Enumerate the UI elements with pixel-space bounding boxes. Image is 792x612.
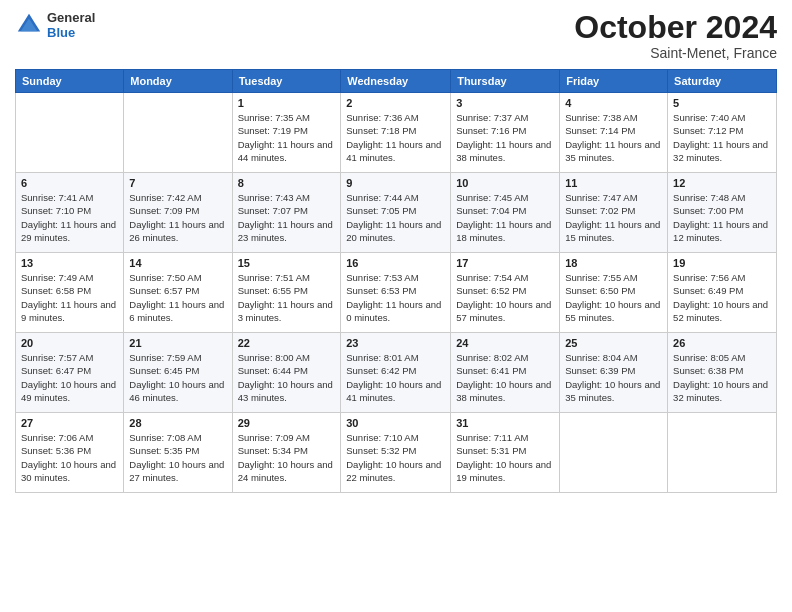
title-month: October 2024: [574, 10, 777, 45]
week-row-3: 13Sunrise: 7:49 AMSunset: 6:58 PMDayligh…: [16, 253, 777, 333]
day-number: 31: [456, 417, 554, 429]
day-info: Sunrise: 7:38 AMSunset: 7:14 PMDaylight:…: [565, 111, 662, 164]
col-thursday: Thursday: [451, 70, 560, 93]
day-info: Sunrise: 8:04 AMSunset: 6:39 PMDaylight:…: [565, 351, 662, 404]
calendar-table: Sunday Monday Tuesday Wednesday Thursday…: [15, 69, 777, 493]
table-cell: 14Sunrise: 7:50 AMSunset: 6:57 PMDayligh…: [124, 253, 232, 333]
day-number: 10: [456, 177, 554, 189]
day-info: Sunrise: 7:36 AMSunset: 7:18 PMDaylight:…: [346, 111, 445, 164]
day-info: Sunrise: 8:02 AMSunset: 6:41 PMDaylight:…: [456, 351, 554, 404]
title-block: October 2024 Saint-Menet, France: [574, 10, 777, 61]
day-info: Sunrise: 7:51 AMSunset: 6:55 PMDaylight:…: [238, 271, 336, 324]
table-cell: 11Sunrise: 7:47 AMSunset: 7:02 PMDayligh…: [560, 173, 668, 253]
table-cell: 4Sunrise: 7:38 AMSunset: 7:14 PMDaylight…: [560, 93, 668, 173]
table-cell: 29Sunrise: 7:09 AMSunset: 5:34 PMDayligh…: [232, 413, 341, 493]
day-number: 2: [346, 97, 445, 109]
day-info: Sunrise: 7:49 AMSunset: 6:58 PMDaylight:…: [21, 271, 118, 324]
day-info: Sunrise: 8:05 AMSunset: 6:38 PMDaylight:…: [673, 351, 771, 404]
table-cell: 9Sunrise: 7:44 AMSunset: 7:05 PMDaylight…: [341, 173, 451, 253]
day-info: Sunrise: 8:01 AMSunset: 6:42 PMDaylight:…: [346, 351, 445, 404]
table-cell: 20Sunrise: 7:57 AMSunset: 6:47 PMDayligh…: [16, 333, 124, 413]
day-info: Sunrise: 7:44 AMSunset: 7:05 PMDaylight:…: [346, 191, 445, 244]
week-row-2: 6Sunrise: 7:41 AMSunset: 7:10 PMDaylight…: [16, 173, 777, 253]
week-row-4: 20Sunrise: 7:57 AMSunset: 6:47 PMDayligh…: [16, 333, 777, 413]
day-info: Sunrise: 7:57 AMSunset: 6:47 PMDaylight:…: [21, 351, 118, 404]
day-number: 7: [129, 177, 226, 189]
table-cell: 15Sunrise: 7:51 AMSunset: 6:55 PMDayligh…: [232, 253, 341, 333]
day-info: Sunrise: 7:08 AMSunset: 5:35 PMDaylight:…: [129, 431, 226, 484]
day-number: 6: [21, 177, 118, 189]
day-info: Sunrise: 7:11 AMSunset: 5:31 PMDaylight:…: [456, 431, 554, 484]
day-info: Sunrise: 7:35 AMSunset: 7:19 PMDaylight:…: [238, 111, 336, 164]
day-number: 15: [238, 257, 336, 269]
title-location: Saint-Menet, France: [574, 45, 777, 61]
day-number: 3: [456, 97, 554, 109]
week-row-5: 27Sunrise: 7:06 AMSunset: 5:36 PMDayligh…: [16, 413, 777, 493]
day-info: Sunrise: 8:00 AMSunset: 6:44 PMDaylight:…: [238, 351, 336, 404]
day-number: 22: [238, 337, 336, 349]
table-cell: 30Sunrise: 7:10 AMSunset: 5:32 PMDayligh…: [341, 413, 451, 493]
day-info: Sunrise: 7:40 AMSunset: 7:12 PMDaylight:…: [673, 111, 771, 164]
day-number: 14: [129, 257, 226, 269]
day-info: Sunrise: 7:47 AMSunset: 7:02 PMDaylight:…: [565, 191, 662, 244]
day-number: 18: [565, 257, 662, 269]
table-cell: 22Sunrise: 8:00 AMSunset: 6:44 PMDayligh…: [232, 333, 341, 413]
day-info: Sunrise: 7:41 AMSunset: 7:10 PMDaylight:…: [21, 191, 118, 244]
table-cell: 18Sunrise: 7:55 AMSunset: 6:50 PMDayligh…: [560, 253, 668, 333]
logo: General Blue: [15, 10, 95, 40]
table-cell: 16Sunrise: 7:53 AMSunset: 6:53 PMDayligh…: [341, 253, 451, 333]
col-tuesday: Tuesday: [232, 70, 341, 93]
day-number: 19: [673, 257, 771, 269]
day-info: Sunrise: 7:42 AMSunset: 7:09 PMDaylight:…: [129, 191, 226, 244]
table-cell: 17Sunrise: 7:54 AMSunset: 6:52 PMDayligh…: [451, 253, 560, 333]
week-row-1: 1Sunrise: 7:35 AMSunset: 7:19 PMDaylight…: [16, 93, 777, 173]
logo-general: General: [47, 10, 95, 25]
logo-icon: [15, 11, 43, 39]
day-number: 21: [129, 337, 226, 349]
day-number: 17: [456, 257, 554, 269]
logo-text: General Blue: [47, 10, 95, 40]
day-info: Sunrise: 7:56 AMSunset: 6:49 PMDaylight:…: [673, 271, 771, 324]
day-number: 1: [238, 97, 336, 109]
day-info: Sunrise: 7:55 AMSunset: 6:50 PMDaylight:…: [565, 271, 662, 324]
table-cell: [16, 93, 124, 173]
day-number: 20: [21, 337, 118, 349]
day-info: Sunrise: 7:10 AMSunset: 5:32 PMDaylight:…: [346, 431, 445, 484]
day-number: 25: [565, 337, 662, 349]
day-number: 28: [129, 417, 226, 429]
col-wednesday: Wednesday: [341, 70, 451, 93]
header: General Blue October 2024 Saint-Menet, F…: [15, 10, 777, 61]
table-cell: 24Sunrise: 8:02 AMSunset: 6:41 PMDayligh…: [451, 333, 560, 413]
table-cell: 8Sunrise: 7:43 AMSunset: 7:07 PMDaylight…: [232, 173, 341, 253]
calendar-header-row: Sunday Monday Tuesday Wednesday Thursday…: [16, 70, 777, 93]
table-cell: 27Sunrise: 7:06 AMSunset: 5:36 PMDayligh…: [16, 413, 124, 493]
day-number: 29: [238, 417, 336, 429]
table-cell: 6Sunrise: 7:41 AMSunset: 7:10 PMDaylight…: [16, 173, 124, 253]
col-friday: Friday: [560, 70, 668, 93]
col-monday: Monday: [124, 70, 232, 93]
day-number: 4: [565, 97, 662, 109]
col-saturday: Saturday: [668, 70, 777, 93]
table-cell: 13Sunrise: 7:49 AMSunset: 6:58 PMDayligh…: [16, 253, 124, 333]
day-number: 12: [673, 177, 771, 189]
day-number: 30: [346, 417, 445, 429]
table-cell: 10Sunrise: 7:45 AMSunset: 7:04 PMDayligh…: [451, 173, 560, 253]
day-info: Sunrise: 7:37 AMSunset: 7:16 PMDaylight:…: [456, 111, 554, 164]
table-cell: 23Sunrise: 8:01 AMSunset: 6:42 PMDayligh…: [341, 333, 451, 413]
day-info: Sunrise: 7:45 AMSunset: 7:04 PMDaylight:…: [456, 191, 554, 244]
day-info: Sunrise: 7:53 AMSunset: 6:53 PMDaylight:…: [346, 271, 445, 324]
page: General Blue October 2024 Saint-Menet, F…: [0, 0, 792, 612]
table-cell: 26Sunrise: 8:05 AMSunset: 6:38 PMDayligh…: [668, 333, 777, 413]
day-info: Sunrise: 7:54 AMSunset: 6:52 PMDaylight:…: [456, 271, 554, 324]
day-number: 27: [21, 417, 118, 429]
day-number: 5: [673, 97, 771, 109]
day-info: Sunrise: 7:06 AMSunset: 5:36 PMDaylight:…: [21, 431, 118, 484]
day-number: 13: [21, 257, 118, 269]
table-cell: 31Sunrise: 7:11 AMSunset: 5:31 PMDayligh…: [451, 413, 560, 493]
table-cell: 21Sunrise: 7:59 AMSunset: 6:45 PMDayligh…: [124, 333, 232, 413]
table-cell: 3Sunrise: 7:37 AMSunset: 7:16 PMDaylight…: [451, 93, 560, 173]
day-info: Sunrise: 7:09 AMSunset: 5:34 PMDaylight:…: [238, 431, 336, 484]
table-cell: [668, 413, 777, 493]
day-info: Sunrise: 7:50 AMSunset: 6:57 PMDaylight:…: [129, 271, 226, 324]
day-number: 16: [346, 257, 445, 269]
